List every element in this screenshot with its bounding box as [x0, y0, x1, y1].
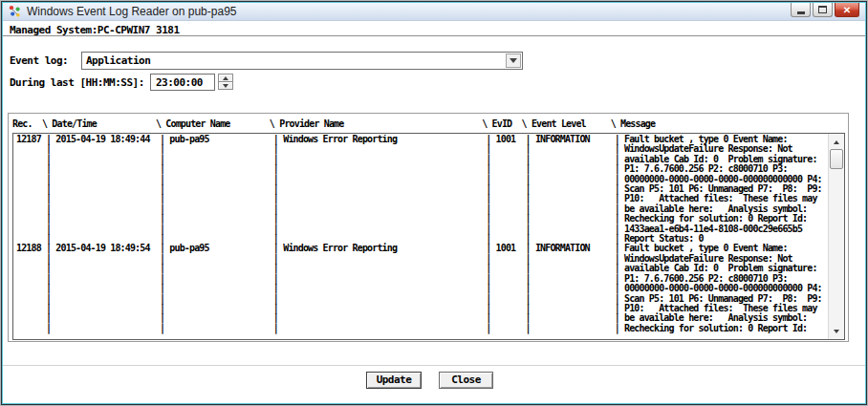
chevron-up-icon	[223, 76, 228, 80]
scroll-down-icon	[834, 330, 839, 333]
chevron-down-icon	[510, 58, 517, 63]
event-rows: 12187 | 2015-04-19 18:49:44 | pub-pa95 |…	[13, 135, 828, 339]
duration-label: During last [HH:MM:SS]:	[10, 76, 144, 89]
footer-separator	[3, 365, 865, 366]
table-row[interactable]: 12187 | 2015-04-19 18:49:44 | pub-pa95 |…	[13, 135, 828, 244]
duration-spinner	[218, 74, 233, 91]
close-button[interactable]: ✕	[835, 3, 859, 17]
event-log-selected-value: Application	[86, 54, 150, 67]
window-title: Windows Event Log Reader on pub-pa95	[27, 5, 236, 18]
close-icon: ✕	[843, 4, 851, 16]
minimize-icon	[797, 11, 805, 14]
table-header-row: Rec. \ Date/Time \ Computer Name \ Provi…	[12, 118, 655, 129]
vertical-scrollbar[interactable]	[828, 134, 844, 339]
scroll-up-icon	[834, 140, 839, 144]
event-table-groupbox: Rec. \ Date/Time \ Computer Name \ Provi…	[8, 113, 849, 342]
header-separator	[3, 35, 865, 37]
table-row[interactable]: 12188 | 2015-04-19 18:49:54 | pub-pa95 |…	[13, 244, 828, 333]
scrollbar-thumb[interactable]	[830, 149, 843, 169]
spin-down-button[interactable]	[218, 81, 233, 90]
scroll-up-button[interactable]	[829, 135, 844, 149]
maximize-button[interactable]	[813, 3, 833, 17]
caption-buttons: ✕	[791, 3, 859, 17]
event-log-reader-window: Windows Event Log Reader on pub-pa95 ✕ M…	[0, 0, 868, 406]
event-list[interactable]: 12187 | 2015-04-19 18:49:44 | pub-pa95 |…	[12, 133, 845, 340]
duration-input[interactable]: 23:00:00	[150, 74, 215, 91]
scroll-down-button[interactable]	[829, 324, 844, 338]
event-log-select[interactable]: Application	[81, 52, 523, 70]
duration-value: 23:00:00	[156, 76, 203, 89]
minimize-button[interactable]	[791, 3, 811, 17]
title-bar[interactable]: Windows Event Log Reader on pub-pa95 ✕	[3, 3, 865, 21]
maximize-icon	[818, 6, 827, 13]
chevron-down-icon	[223, 84, 228, 88]
event-log-dropdown-button[interactable]	[506, 53, 521, 68]
app-icon	[8, 5, 22, 19]
event-log-label: Event log:	[10, 54, 68, 67]
update-button[interactable]: Update	[366, 372, 422, 389]
close-dialog-button[interactable]: Close	[439, 372, 493, 389]
